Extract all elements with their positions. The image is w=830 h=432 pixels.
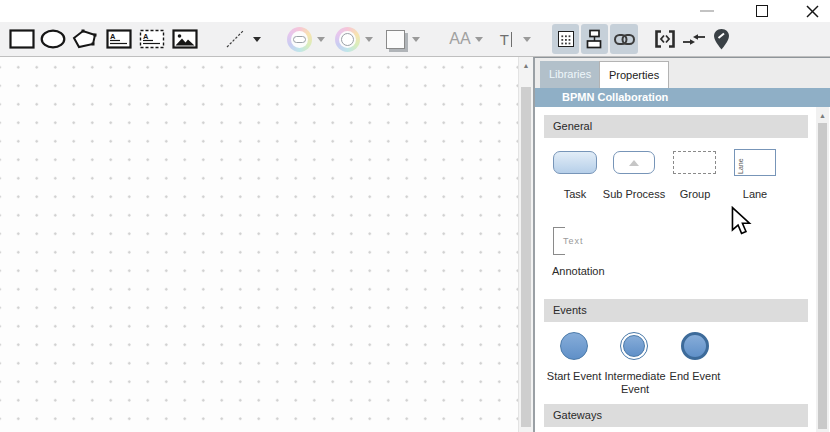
library-panel-body: General Lane Task Sub Process Group Lane… bbox=[535, 107, 830, 432]
shadow-dropdown[interactable] bbox=[409, 24, 423, 54]
shape-label-intermediate-event: Intermediate Event bbox=[598, 370, 672, 396]
link-icon bbox=[614, 33, 635, 46]
shape-label-end-event: End Event bbox=[670, 370, 721, 382]
main-toolbar: A A bbox=[0, 22, 830, 57]
chevron-down-icon bbox=[412, 37, 420, 42]
section-header-events[interactable]: Events bbox=[544, 299, 808, 322]
fill-color-dropdown[interactable] bbox=[314, 24, 328, 54]
ellipse-tool-button[interactable] bbox=[38, 24, 68, 54]
line-tool-button[interactable] bbox=[220, 24, 250, 54]
text-icon: A bbox=[139, 29, 165, 49]
right-panel: Libraries Properties BPMN Collaboration … bbox=[533, 57, 830, 432]
shape-label-group: Group bbox=[680, 188, 711, 200]
pin-button[interactable] bbox=[708, 24, 734, 54]
chevron-down-icon bbox=[317, 37, 325, 42]
layout-icon bbox=[585, 29, 604, 49]
text-format-dropdown[interactable] bbox=[520, 24, 534, 54]
rectangle-icon bbox=[9, 29, 35, 49]
svg-text:A: A bbox=[143, 32, 149, 41]
line-color-button[interactable] bbox=[333, 24, 361, 54]
minimize-icon bbox=[700, 10, 714, 12]
library-shape-start-event[interactable] bbox=[560, 332, 588, 360]
tab-properties[interactable]: Properties bbox=[599, 61, 669, 88]
shape-label-lane: Lane bbox=[743, 188, 767, 200]
line-color-dropdown[interactable] bbox=[362, 24, 376, 54]
panel-vertical-scrollbar[interactable]: ▲ bbox=[816, 107, 829, 432]
chevron-down-icon bbox=[523, 37, 531, 42]
text-cursor-icon: T bbox=[500, 31, 513, 48]
minimize-button[interactable] bbox=[692, 0, 722, 22]
text-format-button[interactable]: T bbox=[491, 24, 521, 54]
rectangle-tool-button[interactable] bbox=[7, 24, 37, 54]
section-header-general[interactable]: General bbox=[544, 115, 808, 138]
close-button[interactable] bbox=[797, 0, 827, 22]
mouse-cursor bbox=[731, 206, 753, 237]
library-shape-group[interactable] bbox=[673, 151, 716, 174]
text-tool-button[interactable]: A bbox=[136, 24, 168, 54]
label-tool-button[interactable]: A bbox=[103, 24, 135, 54]
link-toggle-button[interactable] bbox=[610, 24, 638, 54]
image-tool-button[interactable] bbox=[169, 24, 201, 54]
scroll-up-icon[interactable]: ▲ bbox=[816, 111, 829, 121]
library-title[interactable]: BPMN Collaboration bbox=[535, 88, 830, 107]
line-color-icon bbox=[335, 27, 360, 52]
intermediate-event-inner-circle bbox=[623, 335, 645, 357]
grid-icon bbox=[558, 31, 574, 47]
chevron-down-icon bbox=[475, 37, 483, 42]
layout-toggle-button[interactable] bbox=[581, 24, 608, 54]
title-bar bbox=[0, 0, 830, 22]
maximize-icon bbox=[756, 5, 768, 17]
sub-process-marker-icon bbox=[629, 160, 639, 166]
line-icon bbox=[224, 28, 246, 50]
panel-scrollbar-thumb[interactable] bbox=[818, 123, 827, 429]
polygon-icon bbox=[71, 29, 99, 49]
library-shape-lane[interactable]: Lane bbox=[734, 149, 776, 176]
merge-arrows-icon bbox=[682, 29, 706, 49]
grid-toggle-button[interactable] bbox=[552, 24, 579, 54]
image-icon bbox=[172, 29, 198, 49]
label-icon: A bbox=[106, 29, 132, 49]
shadow-icon bbox=[386, 30, 405, 49]
font-icon: AA bbox=[449, 30, 470, 48]
fill-color-icon bbox=[287, 27, 312, 52]
shape-label-task: Task bbox=[564, 188, 587, 200]
lane-shape-text: Lane bbox=[737, 151, 744, 174]
edit-code-button[interactable] bbox=[651, 24, 679, 54]
scroll-up-icon[interactable]: ▲ bbox=[519, 61, 533, 71]
annotation-shape-text: Text bbox=[563, 236, 584, 246]
library-shape-sub-process[interactable] bbox=[613, 151, 655, 174]
canvas-vertical-scrollbar[interactable]: ▲ bbox=[518, 57, 533, 432]
panel-tab-bar: Libraries Properties bbox=[535, 58, 830, 88]
fill-color-button[interactable] bbox=[285, 24, 313, 54]
library-shape-intermediate-event[interactable] bbox=[620, 332, 648, 360]
library-shape-end-event[interactable] bbox=[681, 332, 709, 360]
chevron-down-icon bbox=[365, 37, 373, 42]
merge-arrows-button[interactable] bbox=[680, 24, 708, 54]
line-style-dropdown[interactable] bbox=[250, 24, 264, 54]
code-icon bbox=[654, 29, 676, 49]
shape-label-annotation: Annotation bbox=[552, 265, 605, 277]
library-shape-task[interactable] bbox=[553, 151, 597, 174]
pin-icon bbox=[712, 28, 731, 51]
polygon-tool-button[interactable] bbox=[69, 24, 101, 54]
font-dropdown[interactable] bbox=[472, 24, 486, 54]
library-shape-annotation[interactable]: Text bbox=[553, 227, 587, 255]
tab-libraries[interactable]: Libraries bbox=[540, 61, 600, 88]
svg-text:A: A bbox=[110, 32, 116, 41]
section-header-gateways[interactable]: Gateways bbox=[544, 404, 808, 427]
canvas-scrollbar-thumb[interactable] bbox=[521, 87, 531, 427]
shadow-button[interactable] bbox=[381, 24, 409, 54]
chevron-down-icon bbox=[253, 37, 261, 42]
maximize-button[interactable] bbox=[747, 0, 777, 22]
close-icon bbox=[806, 5, 819, 18]
shape-label-start-event: Start Event bbox=[547, 370, 601, 382]
ellipse-icon bbox=[40, 29, 66, 49]
shape-label-sub-process: Sub Process bbox=[603, 188, 665, 200]
diagram-canvas[interactable] bbox=[0, 57, 518, 432]
